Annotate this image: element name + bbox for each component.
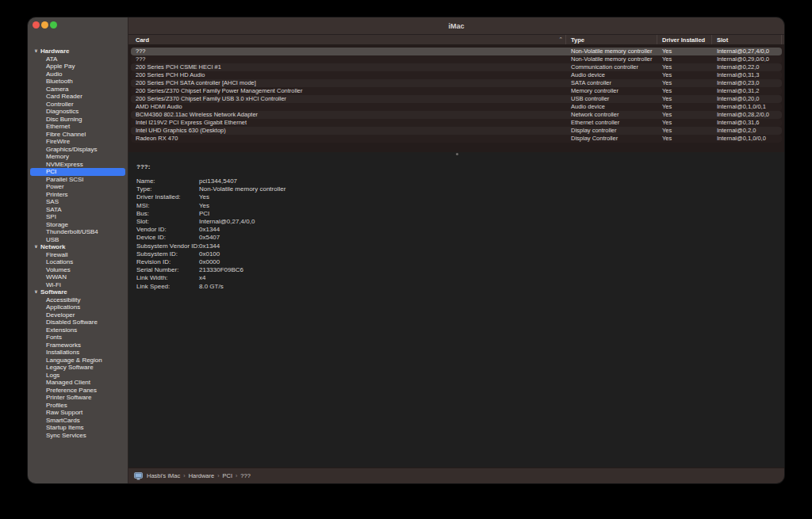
sidebar-item-ethernet[interactable]: Ethernet bbox=[30, 123, 125, 131]
detail-field-value: 0x5407 bbox=[199, 234, 220, 242]
sidebar-item-audio[interactable]: Audio bbox=[30, 71, 125, 78]
sidebar-item-applications[interactable]: Applications bbox=[30, 303, 125, 311]
table-row[interactable]: 200 Series/Z370 Chipset Family USB 3.0 x… bbox=[131, 95, 782, 103]
close-window-button[interactable] bbox=[33, 21, 40, 29]
table-row[interactable]: 200 Series PCH HD AudioAudio deviceYesIn… bbox=[131, 71, 782, 79]
breadcrumb-item-pci[interactable]: PCI bbox=[222, 472, 232, 479]
computer-icon bbox=[134, 472, 143, 480]
cell-type: Audio device bbox=[566, 71, 657, 79]
sidebar-item-controller[interactable]: Controller bbox=[30, 101, 125, 109]
sidebar-item-sas[interactable]: SAS bbox=[30, 198, 125, 206]
sidebar-item-accessibility[interactable]: Accessibility bbox=[30, 296, 125, 304]
detail-field-value: 8.0 GT/s bbox=[199, 283, 224, 291]
sidebar-item-graphics-displays[interactable]: Graphics/Displays bbox=[30, 146, 125, 154]
sidebar-item-firewall[interactable]: Firewall bbox=[30, 251, 125, 259]
sidebar-item-disc-burning[interactable]: Disc Burning bbox=[30, 116, 125, 124]
sidebar-item-startup-items[interactable]: Startup Items bbox=[30, 424, 125, 432]
sidebar-item-camera[interactable]: Camera bbox=[30, 86, 125, 93]
minimize-window-button[interactable] bbox=[41, 21, 48, 29]
cell-card: ??? bbox=[131, 48, 566, 55]
sidebar-item-disabled-software[interactable]: Disabled Software bbox=[30, 319, 125, 326]
breadcrumb-item-hardware[interactable]: Hardware bbox=[189, 472, 215, 479]
detail-field-label: Driver Installed: bbox=[136, 193, 199, 201]
table-row[interactable]: ???Non-Volatile memory controllerYesInte… bbox=[131, 48, 782, 55]
sidebar-item-memory[interactable]: Memory bbox=[30, 153, 125, 161]
zoom-window-button[interactable] bbox=[50, 21, 57, 29]
titlebar[interactable]: iMac bbox=[128, 17, 784, 35]
detail-field-value: Non-Volatile memory controller bbox=[199, 185, 285, 193]
sidebar-item-parallel-scsi[interactable]: Parallel SCSI bbox=[30, 176, 125, 184]
cell-driver-installed: Yes bbox=[657, 71, 712, 79]
detail-field-label: Slot: bbox=[136, 218, 199, 226]
table-row[interactable]: 200 Series PCH CSME HECI #1Communication… bbox=[131, 63, 782, 71]
detail-field-label: Subsystem Vendor ID: bbox=[136, 242, 199, 250]
sidebar-item-sata[interactable]: SATA bbox=[30, 206, 125, 214]
pci-device-table: ???Non-Volatile memory controllerYesInte… bbox=[128, 45, 784, 152]
sidebar-item-extensions[interactable]: Extensions bbox=[30, 326, 125, 334]
sidebar-item-card-reader[interactable]: Card Reader bbox=[30, 93, 125, 101]
sidebar-section-network[interactable]: ∨Network bbox=[28, 243, 128, 251]
column-header-card[interactable]: Card⌃ bbox=[128, 35, 566, 44]
sidebar-item-diagnostics[interactable]: Diagnostics bbox=[30, 108, 125, 116]
sidebar-item-power[interactable]: Power bbox=[30, 183, 125, 191]
window-title: iMac bbox=[448, 22, 464, 30]
sidebar-item-frameworks[interactable]: Frameworks bbox=[30, 342, 125, 349]
pane-splitter[interactable] bbox=[128, 152, 784, 157]
sidebar-item-ata[interactable]: ATA bbox=[30, 55, 125, 63]
table-row[interactable]: AMD HDMI AudioAudio deviceYesInternal@0,… bbox=[131, 103, 782, 111]
sidebar-item-sync-services[interactable]: Sync Services bbox=[30, 432, 125, 440]
table-row[interactable]: 200 Series/Z370 Chipset Family Power Man… bbox=[131, 87, 782, 95]
sidebar-item-wi-fi[interactable]: Wi-Fi bbox=[30, 281, 125, 289]
sidebar-section-software[interactable]: ∨Software bbox=[28, 288, 128, 296]
column-header-type[interactable]: Type bbox=[566, 35, 657, 44]
table-row[interactable]: Intel I219V2 PCI Express Gigabit Etherne… bbox=[131, 119, 782, 127]
breadcrumb-item-unknown[interactable]: ??? bbox=[240, 472, 251, 479]
sidebar-item-volumes[interactable]: Volumes bbox=[30, 266, 125, 274]
sidebar-item-legacy-software[interactable]: Legacy Software bbox=[30, 364, 125, 372]
sidebar-item-nvmexpress[interactable]: NVMExpress bbox=[30, 161, 125, 169]
cell-card: 200 Series PCH HD Audio bbox=[131, 71, 566, 79]
sidebar-item-printers[interactable]: Printers bbox=[30, 191, 125, 199]
detail-field-label: MSI: bbox=[136, 202, 199, 210]
sidebar-item-thunderbolt-usb4[interactable]: Thunderbolt/USB4 bbox=[30, 228, 125, 236]
column-header-driver-installed[interactable]: Driver Installed bbox=[657, 35, 712, 44]
sidebar-item-smartcards[interactable]: SmartCards bbox=[30, 417, 125, 425]
sidebar-item-installations[interactable]: Installations bbox=[30, 349, 125, 357]
sidebar-item-storage[interactable]: Storage bbox=[30, 221, 125, 229]
table-row[interactable]: Intel UHD Graphics 630 (Desktop)Display … bbox=[131, 127, 782, 135]
table-row[interactable]: BCM4360 802.11ac Wireless Network Adapte… bbox=[131, 111, 782, 119]
detail-field-driver-installed: Driver Installed:Yes bbox=[136, 193, 784, 201]
breadcrumb: Hasbi's iMac›Hardware›PCI›??? bbox=[147, 472, 251, 479]
cell-card: Intel I219V2 PCI Express Gigabit Etherne… bbox=[131, 119, 566, 127]
sidebar-item-printer-software[interactable]: Printer Software bbox=[30, 394, 125, 402]
sidebar-item-locations[interactable]: Locations bbox=[30, 258, 125, 266]
sidebar-item-usb[interactable]: USB bbox=[30, 236, 125, 244]
sidebar-item-managed-client[interactable]: Managed Client bbox=[30, 379, 125, 387]
sidebar-section-hardware[interactable]: ∨Hardware bbox=[28, 48, 128, 55]
sidebar-item-raw-support[interactable]: Raw Support bbox=[30, 409, 125, 417]
sidebar-item-firewire[interactable]: FireWire bbox=[30, 138, 125, 146]
sidebar-item-wwan[interactable]: WWAN bbox=[30, 273, 125, 281]
table-header-gutter bbox=[782, 35, 784, 44]
sidebar-item-apple-pay[interactable]: Apple Pay bbox=[30, 63, 125, 71]
cell-card: 200 Series PCH SATA controller [AHCI mod… bbox=[131, 79, 566, 87]
column-header-slot[interactable]: Slot bbox=[712, 35, 782, 44]
cell-slot: Internal@0,29,0/0,0 bbox=[712, 55, 782, 63]
sidebar-item-logs[interactable]: Logs bbox=[30, 372, 125, 380]
breadcrumb-item-hasbi-s-imac[interactable]: Hasbi's iMac bbox=[147, 472, 180, 479]
sidebar-item-developer[interactable]: Developer bbox=[30, 311, 125, 319]
table-row[interactable]: 200 Series PCH SATA controller [AHCI mod… bbox=[131, 79, 782, 87]
sidebar-item-spi[interactable]: SPI bbox=[30, 213, 125, 221]
sidebar-item-language-region[interactable]: Language & Region bbox=[30, 357, 125, 364]
table-row[interactable]: Radeon RX 470Display ControllerYesIntern… bbox=[131, 135, 782, 143]
detail-field-value: 0x0000 bbox=[199, 258, 220, 266]
sidebar-item-profiles[interactable]: Profiles bbox=[30, 402, 125, 410]
sidebar-item-preference-panes[interactable]: Preference Panes bbox=[30, 387, 125, 395]
sidebar-item-pci[interactable]: PCI bbox=[30, 168, 125, 176]
sidebar-item-bluetooth[interactable]: Bluetooth bbox=[30, 78, 125, 86]
detail-field-value: 0x1344 bbox=[199, 242, 220, 250]
sidebar-item-fonts[interactable]: Fonts bbox=[30, 334, 125, 342]
sidebar-item-fibre-channel[interactable]: Fibre Channel bbox=[30, 131, 125, 139]
sidebar-tree: ∨HardwareATAApple PayAudioBluetoothCamer… bbox=[28, 48, 128, 439]
table-row[interactable]: ???Non-Volatile memory controllerYesInte… bbox=[131, 55, 782, 63]
